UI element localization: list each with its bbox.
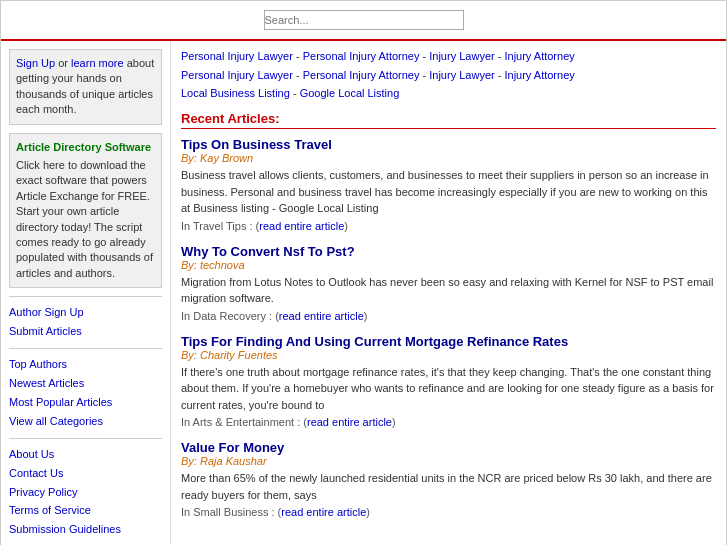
article-2-body: If there's one truth about mortgage refi… [181, 364, 716, 414]
nav-links-1: Author Sign Up Submit Articles [9, 303, 162, 340]
article-0: Tips On Business Travel By: Kay Brown Bu… [181, 137, 716, 232]
divider-1 [9, 296, 162, 297]
software-box: Article Directory Software Click here to… [9, 133, 162, 289]
ad-local-biz[interactable]: Local Business Listing [181, 87, 290, 99]
signup-or: or [55, 57, 71, 69]
article-2-read-more[interactable]: read entire article [307, 416, 392, 428]
article-0-author: By: Kay Brown [181, 152, 716, 164]
article-2: Tips For Finding And Using Current Mortg… [181, 334, 716, 429]
ad-injury-attorney-2[interactable]: Injury Attorney [504, 69, 574, 81]
search-input[interactable] [264, 10, 464, 30]
ad-google-local[interactable]: Google Local Listing [300, 87, 400, 99]
article-2-title[interactable]: Tips For Finding And Using Current Mortg… [181, 334, 716, 349]
article-1-author: By: technova [181, 259, 716, 271]
divider-3 [9, 438, 162, 439]
article-0-body: Business travel allows clients, customer… [181, 167, 716, 217]
article-3-body: More than 65% of the newly launched resi… [181, 470, 716, 503]
software-body: Click here to download the exact softwar… [16, 159, 153, 279]
contact-us-link[interactable]: Contact Us [9, 464, 162, 483]
article-3-author: By: Raja Kaushar [181, 455, 716, 467]
terms-link[interactable]: Terms of Service [9, 501, 162, 520]
ad-injury-attorney-1[interactable]: Injury Attorney [504, 50, 574, 62]
divider-2 [9, 348, 162, 349]
article-1-body: Migration from Lotus Notes to Outlook ha… [181, 274, 716, 307]
ad-pi-lawyer-2[interactable]: Personal Injury Lawyer [181, 69, 293, 81]
recent-articles-title: Recent Articles: [181, 111, 716, 129]
ad-injury-lawyer-2[interactable]: Injury Lawyer [429, 69, 494, 81]
signup-link[interactable]: Sign Up [16, 57, 55, 69]
author-signup-link[interactable]: Author Sign Up [9, 303, 162, 322]
newest-articles-link[interactable]: Newest Articles [9, 374, 162, 393]
most-popular-link[interactable]: Most Popular Articles [9, 393, 162, 412]
ad-line-2: Personal Injury Lawyer - Personal Injury… [181, 66, 716, 85]
about-us-link[interactable]: About Us [9, 445, 162, 464]
article-2-category: In Arts & Entertainment : (read entire a… [181, 416, 716, 428]
article-0-read-more[interactable]: read entire article [259, 220, 344, 232]
top-authors-link[interactable]: Top Authors [9, 355, 162, 374]
article-3-read-more[interactable]: read entire article [281, 506, 366, 518]
learn-more-link[interactable]: learn more [71, 57, 124, 69]
ad-line-3: Local Business Listing - Google Local Li… [181, 84, 716, 103]
software-heading: Article Directory Software [16, 140, 155, 155]
article-1: Why To Convert Nsf To Pst? By: technova … [181, 244, 716, 322]
article-1-title[interactable]: Why To Convert Nsf To Pst? [181, 244, 716, 259]
privacy-policy-link[interactable]: Privacy Policy [9, 483, 162, 502]
submit-articles-link[interactable]: Submit Articles [9, 322, 162, 341]
nav-links-2: Top Authors Newest Articles Most Popular… [9, 355, 162, 430]
article-3-title[interactable]: Value For Money [181, 440, 716, 455]
ad-links: Personal Injury Lawyer - Personal Injury… [181, 47, 716, 103]
nav-links-3: About Us Contact Us Privacy Policy Terms… [9, 445, 162, 538]
article-2-author: By: Charity Fuentes [181, 349, 716, 361]
ad-pi-attorney-2[interactable]: Personal Injury Attorney [303, 69, 420, 81]
ad-pi-lawyer-1[interactable]: Personal Injury Lawyer [181, 50, 293, 62]
article-1-read-more[interactable]: read entire article [279, 310, 364, 322]
article-0-title[interactable]: Tips On Business Travel [181, 137, 716, 152]
article-3-category: In Small Business : (read entire article… [181, 506, 716, 518]
view-all-categories-link[interactable]: View all Categories [9, 412, 162, 431]
ad-pi-attorney-1[interactable]: Personal Injury Attorney [303, 50, 420, 62]
ad-line-1: Personal Injury Lawyer - Personal Injury… [181, 47, 716, 66]
sidebar: Sign Up or learn more about getting your… [1, 41, 171, 545]
submission-guidelines-link[interactable]: Submission Guidelines [9, 520, 162, 539]
article-0-category: In Travel Tips : (read entire article) [181, 220, 716, 232]
article-1-category: In Data Recovery : (read entire article) [181, 310, 716, 322]
signup-box: Sign Up or learn more about getting your… [9, 49, 162, 125]
top-banner [1, 1, 726, 41]
main-content: Personal Injury Lawyer - Personal Injury… [171, 41, 726, 545]
ad-injury-lawyer-1[interactable]: Injury Lawyer [429, 50, 494, 62]
article-3: Value For Money By: Raja Kaushar More th… [181, 440, 716, 518]
